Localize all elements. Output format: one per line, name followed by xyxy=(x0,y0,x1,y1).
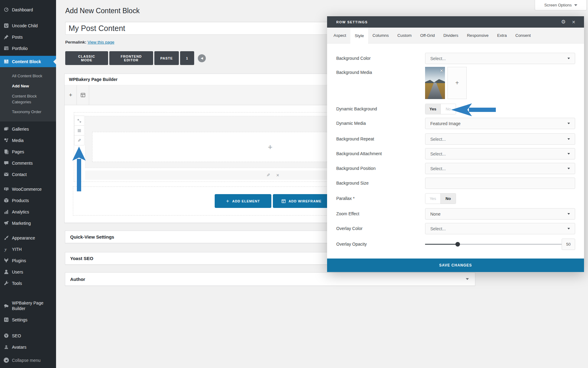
field-parallax: Parallax * Yes No xyxy=(336,193,575,204)
add-element-toolbar-button[interactable]: + xyxy=(65,85,77,105)
row-layout-button[interactable] xyxy=(74,126,84,136)
sidebar-item-content-block[interactable]: Content Block xyxy=(0,56,56,67)
gear-icon[interactable] xyxy=(561,19,566,25)
submenu-all-content-block[interactable]: All Content Block xyxy=(0,71,56,81)
sidebar-item-posts[interactable]: Posts xyxy=(0,31,56,43)
move-icon xyxy=(77,119,81,123)
revision-count-button[interactable]: 1 xyxy=(180,51,194,65)
toggle-yes[interactable]: Yes xyxy=(425,104,440,114)
tab-aspect[interactable]: Aspect xyxy=(329,28,350,43)
row-edit-button[interactable] xyxy=(74,136,84,145)
undo-back-icon[interactable] xyxy=(198,54,206,62)
sidebar-item-tools[interactable]: Tools xyxy=(0,278,56,289)
editor-mode-buttons: CLASSIC MODE FRONTEND EDITOR PASTE 1 xyxy=(65,51,206,65)
toggle-no[interactable]: No xyxy=(440,194,456,204)
sidebar-item-dashboard[interactable]: Dashboard xyxy=(0,4,56,15)
edit-column-icon[interactable] xyxy=(266,173,270,178)
media-thumbnail[interactable] xyxy=(425,67,445,99)
close-icon[interactable] xyxy=(572,20,575,24)
background-size-input[interactable] xyxy=(425,178,575,189)
tab-columns[interactable]: Columns xyxy=(368,28,393,43)
view-page-link[interactable]: View this page xyxy=(88,40,115,44)
add-media-button[interactable]: + xyxy=(447,67,467,99)
pencil-icon xyxy=(77,138,81,143)
avatar-icon xyxy=(4,344,9,350)
media-icon xyxy=(4,138,9,143)
add-element-button[interactable]: + ADD ELEMENT xyxy=(215,194,271,208)
dynamic-media-select[interactable]: Featured Image xyxy=(425,118,575,129)
frontend-editor-button[interactable]: FRONTEND EDITOR xyxy=(109,51,153,65)
settings-sliders-icon xyxy=(4,317,9,322)
sidebar-item-yith[interactable]: y YITH xyxy=(0,243,56,255)
row-drag-handle[interactable] xyxy=(74,116,84,126)
sidebar-item-settings[interactable]: Settings xyxy=(0,314,56,325)
submenu-taxonomy-order[interactable]: Taxonomy Order xyxy=(0,107,56,117)
sidebar-item-analytics[interactable]: Analytics xyxy=(0,206,56,217)
background-position-select[interactable]: Select... xyxy=(425,163,575,174)
sidebar-item-users[interactable]: Users xyxy=(0,266,56,278)
toggle-no[interactable]: No xyxy=(440,104,456,114)
background-color-select[interactable]: Select... xyxy=(425,53,575,64)
sidebar-item-seo[interactable]: SEO xyxy=(0,330,56,341)
rows-icon xyxy=(77,128,81,133)
background-attachment-select[interactable]: Select... xyxy=(425,148,575,159)
screen-options-tab[interactable]: Screen Options xyxy=(535,0,587,10)
overlay-color-select[interactable]: Select... xyxy=(425,223,575,234)
collapse-icon xyxy=(4,358,9,363)
sidebar-item-marketing[interactable]: Marketing xyxy=(0,217,56,229)
woocommerce-icon xyxy=(4,186,9,192)
wpbakery-icon xyxy=(4,303,9,309)
submenu-add-new[interactable]: Add New xyxy=(0,81,56,91)
opacity-slider[interactable] xyxy=(425,239,573,250)
chevron-down-icon xyxy=(567,213,570,215)
row-settings-modal: ROW SETTINGS Aspect Style Columns Custom… xyxy=(327,16,584,272)
permalink-label: Permalink: xyxy=(65,40,86,44)
sidebar-item-contact[interactable]: Contact xyxy=(0,169,56,180)
paste-button[interactable]: PASTE xyxy=(154,51,179,65)
field-dynamic-background: Dynamic Background Yes No xyxy=(336,104,575,114)
sidebar-item-media[interactable]: Media xyxy=(0,135,56,146)
zoom-effect-select[interactable]: None xyxy=(425,208,575,220)
sidebar-item-products[interactable]: Products xyxy=(0,195,56,206)
delete-column-icon[interactable] xyxy=(276,173,279,178)
content-block-icon xyxy=(4,59,9,64)
toggle-yes[interactable]: Yes xyxy=(425,194,440,204)
sidebar-item-comments[interactable]: Comments xyxy=(0,157,56,169)
templates-toolbar-button[interactable] xyxy=(77,85,89,105)
sidebar-item-avatars[interactable]: Avatars xyxy=(0,341,56,353)
modal-body: Background Color Select... Background Me… xyxy=(327,44,584,259)
chevron-down-icon xyxy=(466,278,469,280)
sidebar-item-plugins[interactable]: Plugins xyxy=(0,255,56,266)
tab-off-grid[interactable]: Off-Grid xyxy=(416,28,439,43)
submenu-content-block-categories[interactable]: Content Block Categories xyxy=(0,91,56,107)
row-controls-strip xyxy=(74,116,85,145)
modal-title: ROW SETTINGS xyxy=(336,20,555,24)
add-wireframe-button[interactable]: ADD WIREFRAME xyxy=(273,194,330,208)
tab-extra[interactable]: Extra xyxy=(493,28,511,43)
sidebar-item-wpbakery[interactable]: WPBakery Page Builder xyxy=(0,297,56,314)
sidebar-item-uncode-child[interactable]: Uncode Child xyxy=(0,20,56,31)
sidebar-collapse-menu[interactable]: Collapse menu xyxy=(0,355,56,366)
sidebar-item-portfolio[interactable]: Portfolio xyxy=(0,43,56,54)
classic-mode-button[interactable]: CLASSIC MODE xyxy=(65,51,108,65)
galleries-icon xyxy=(4,126,9,132)
sidebar-item-pages[interactable]: Pages xyxy=(0,146,56,157)
chevron-down-icon xyxy=(574,4,577,6)
sidebar-item-galleries[interactable]: Galleries xyxy=(0,123,56,135)
tab-consent[interactable]: Consent xyxy=(511,28,535,43)
plus-icon: + xyxy=(69,92,72,98)
sidebar-item-appearance[interactable]: Appearance xyxy=(0,232,56,243)
remove-media-icon[interactable] xyxy=(440,68,443,73)
tab-custom[interactable]: Custom xyxy=(393,28,416,43)
content-block-submenu: All Content Block Add New Content Block … xyxy=(0,67,56,121)
background-repeat-select[interactable]: Select... xyxy=(425,133,575,145)
slider-handle[interactable] xyxy=(455,242,460,247)
tab-style[interactable]: Style xyxy=(350,28,368,44)
tab-responsive[interactable]: Responsive xyxy=(463,28,493,43)
tab-dividers[interactable]: Dividers xyxy=(439,28,463,43)
save-changes-button[interactable]: SAVE CHANGES xyxy=(327,259,584,272)
sidebar-item-woocommerce[interactable]: WooCommerce xyxy=(0,183,56,195)
page-title: Add New Content Block xyxy=(65,7,140,15)
overlay-opacity-control: 50 xyxy=(425,239,575,250)
author-panel[interactable]: Author xyxy=(65,272,475,286)
